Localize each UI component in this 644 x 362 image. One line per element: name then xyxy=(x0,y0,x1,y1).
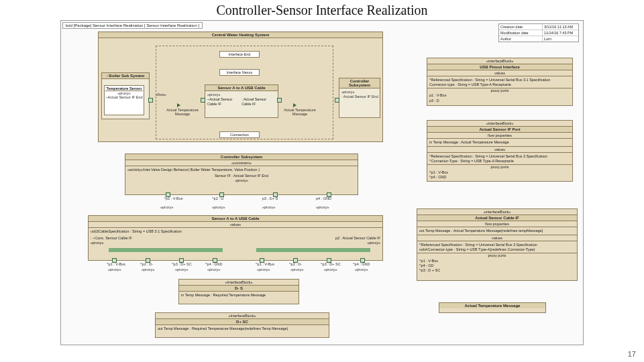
label-port: ^p3 : D+ SC xyxy=(321,262,341,266)
label-proxy-ports: proxy ports xyxy=(417,253,577,258)
label-proxy: «proxy» xyxy=(355,267,368,272)
block-sub: «constraint» xyxy=(125,160,358,166)
label-conn: Connector-type : String = USB Type-A Rec… xyxy=(429,82,570,87)
block-stereotype: «InterfaceBlock» xyxy=(179,280,299,286)
block-usb-pinout: «interfaceBlock» USB Pinout Interface va… xyxy=(427,58,573,106)
label-conn: usbAConnector-type : String = USB Type-A… xyxy=(419,247,575,252)
page-title: Controller-Sensor Interface Realization xyxy=(0,3,644,18)
block-header: USB Pinout Interface xyxy=(427,64,572,70)
label-connection: Connection xyxy=(219,131,260,138)
bdd-header: bdd [Package] Sensor Interface Realizati… xyxy=(62,22,203,29)
block-sub: values xyxy=(427,147,572,153)
block-actual-sensor-if-port: «interfaceBlock» Actual Sensor IF Port f… xyxy=(427,120,573,182)
green-bar xyxy=(109,248,223,252)
meta-key: Author xyxy=(499,36,543,42)
label-p1l: : ~Cons. Sensor Cable IF xyxy=(91,236,132,241)
block-sensor-cable-detail: Sensor A to A USB Cable values usb3Cable… xyxy=(88,215,383,261)
block-header: Controller Subsystem xyxy=(339,78,380,88)
label-proxy: «proxy» xyxy=(142,267,155,272)
block-body: in Temp Message : Actual Temperature Mes… xyxy=(427,139,572,147)
label-p4: ^p4 : GND xyxy=(429,175,570,180)
page-number: 17 xyxy=(628,350,636,358)
label-p1: p1 : V-Bus xyxy=(429,93,570,98)
label-p4: ^p4 : GD xyxy=(419,263,575,268)
meta-key: Modification date xyxy=(499,30,543,36)
block-stereotype: «interfaceBlock» xyxy=(417,209,577,215)
label-actual-temp-msg: Actual Temperature Message xyxy=(166,108,199,116)
diagram-canvas: bdd [Package] Sensor Interface Realizati… xyxy=(60,20,584,345)
label-proxy: «proxy» xyxy=(367,241,380,245)
label-proxy-ports: proxy ports xyxy=(427,164,572,170)
block-stereotype: «InterfaceBlock» xyxy=(156,313,329,319)
block-body: ^Referenced Specification : String = Uni… xyxy=(427,76,572,105)
block-header: Actual Sensor Cable IF xyxy=(417,215,577,221)
label-port: ^p4 : GND xyxy=(353,262,370,266)
arrow-icon xyxy=(293,103,297,107)
label-actual-if-end-r: : Actual Sensor IF End xyxy=(341,95,378,99)
block-body: in Temp Message : Required Temperature M… xyxy=(179,292,299,299)
block-body: «proxy» ~Actual Sensor Cable IF : Actual… xyxy=(205,91,278,108)
port-icon xyxy=(277,98,282,103)
label-port-p3: p3 : D+ S xyxy=(262,196,278,200)
label-proxy: «proxy» xyxy=(341,90,378,95)
block-d-plus-sc: «InterfaceBlock» D+ SC out Temp Message … xyxy=(155,312,329,338)
meta-value: Lorri xyxy=(543,36,578,42)
metadata-table: Creation date3/11/16 11:13 AM Modificati… xyxy=(498,23,579,42)
label-port-p2: ^p2 : U xyxy=(212,196,223,200)
port-icon xyxy=(201,98,205,103)
label-activity: «activity»Inlet-Valve Design Behavior( B… xyxy=(127,168,356,172)
block-body: out Temp Message : Required Temperature … xyxy=(156,325,329,333)
label-proxy: «proxy» xyxy=(257,267,270,272)
arrow-icon xyxy=(177,103,180,107)
label-spec: ^Referenced Specification : String = Uni… xyxy=(429,78,570,82)
meta-key: Creation date xyxy=(499,24,543,29)
block-header: Actual Temperature Message xyxy=(439,303,545,308)
label-cable-if-r: : Actual Sensor Cable IF xyxy=(241,97,276,107)
label-temp-sensor: Temperature Sensor xyxy=(105,86,143,91)
label-proxy: «proxy» xyxy=(324,267,337,272)
label-flow: «flow» xyxy=(156,93,166,97)
label-p1: ^p1 : V-Bus xyxy=(429,170,570,175)
block-body: usb3CableSpecification : String = USB 3.… xyxy=(89,228,382,247)
block-sensor-cable-inner: Sensor A to A USB Cable «proxy» ~Actual … xyxy=(205,84,278,118)
label-proxy: «proxy» xyxy=(212,205,225,209)
block-actual-temp-message: Actual Temperature Message xyxy=(439,302,546,313)
label-p3: ^p3 : D + SC xyxy=(419,268,575,273)
label-sensor-if: Sensor IF : Actual Sensor IF End xyxy=(127,174,356,178)
label-port-p4: p4 : GND xyxy=(316,196,331,200)
label-port: ^p1 : V-Bus xyxy=(256,262,274,266)
block-body: out Temp Message : Actual Temperature Me… xyxy=(417,227,577,235)
block-central-system: Central Water Heating System Interface E… xyxy=(98,32,383,142)
meta-value: 3/11/16 11:13 AM xyxy=(543,24,578,29)
label-conn: ^Connector-Type : String = USB Type-A Re… xyxy=(429,159,570,164)
label-interface-nexus: Interface Nexus xyxy=(219,69,260,76)
label-port: ^p2 : D- xyxy=(140,262,153,266)
block-header: Controller Subsystem xyxy=(125,154,358,160)
block-actual-sensor-cable-if: «interfaceBlock» Actual Sensor Cable IF … xyxy=(417,208,578,281)
block-boiler: : Boiler Sub System Temperature Sensor «… xyxy=(101,72,150,119)
label-proxy: «proxy» xyxy=(160,205,174,209)
label-actual-if-end: ~Actual Sensor IF End xyxy=(105,95,143,99)
label-proxy: «proxy» xyxy=(127,178,356,183)
block-sub: flow properties xyxy=(417,221,577,227)
label-p3: p3 : D xyxy=(429,99,570,103)
meta-value: 11/14/16 7:43 PM xyxy=(543,30,578,36)
port-icon xyxy=(335,98,339,103)
block-d-minus-s: «InterfaceBlock» D- S in Temp Message : … xyxy=(178,279,299,304)
block-sub: values xyxy=(417,235,577,241)
label-port: ^p2 : D- xyxy=(289,262,302,266)
label-actual-temp-msg: Actual Temperature Message xyxy=(283,108,317,116)
label-port-p1: ^p1 : V-Bus xyxy=(158,196,189,200)
block-header: Sensor A to A USB Cable xyxy=(89,216,382,222)
green-bar xyxy=(256,248,370,252)
block-controller-inner: Controller Subsystem «proxy» : Actual Se… xyxy=(339,78,380,118)
label-proxy: «proxy» xyxy=(91,241,104,245)
block-header: D+ SC xyxy=(156,319,329,325)
label-proxy: «proxy» xyxy=(262,205,276,209)
label-proxy-ports: proxy ports xyxy=(427,88,572,93)
block-header: Central Water Heating System xyxy=(99,32,382,38)
label-proxy: «proxy» xyxy=(316,205,329,209)
label-port: ^p1 : V-Bus xyxy=(107,262,125,266)
label-proxy: «proxy» xyxy=(207,93,276,97)
label-spec: ^Referenced Specification : String = Uni… xyxy=(419,243,575,247)
